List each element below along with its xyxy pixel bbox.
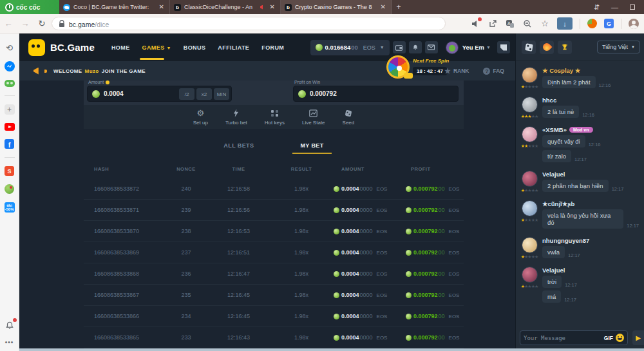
messages-button[interactable]	[425, 41, 438, 53]
avatar[interactable]	[522, 237, 538, 253]
bcgame-logo-icon[interactable]	[28, 39, 45, 56]
tab-close-icon[interactable]: ✕	[379, 3, 387, 11]
games-icon[interactable]	[5, 80, 15, 87]
messenger-icon[interactable]	[5, 61, 15, 71]
chat-username[interactable]: Velajuel	[542, 267, 639, 274]
browser-tab-twitter[interactable]: Coco | BC.Game trên Twitter: ✕	[59, 0, 170, 14]
free-spin-widget[interactable]: Next Free Spin 18 : 42 : 47	[386, 55, 449, 79]
reload-icon[interactable]: ↻	[33, 19, 50, 28]
coccoc-extension-icon[interactable]	[587, 19, 597, 28]
back-icon[interactable]: ←	[0, 19, 17, 28]
wallet-button[interactable]	[393, 41, 406, 53]
avatar[interactable]	[522, 126, 538, 142]
screen: cốc cốc Coco | BC.Game trên Twitter: ✕ b…	[0, 0, 644, 351]
amount-input[interactable]	[104, 90, 168, 97]
nav-bonus[interactable]: BONUS	[184, 44, 206, 51]
restore-window-icon[interactable]	[630, 5, 635, 10]
share-icon[interactable]	[488, 19, 498, 29]
table-row[interactable]: 1660863853387023812:16:531.98x 0.0004000…	[84, 221, 464, 242]
level-stars: ★★★★★	[521, 254, 538, 260]
avatar[interactable]	[522, 267, 538, 283]
faq-link[interactable]: ?FAQ	[483, 68, 504, 75]
announcement-bar: WELCOME Muzo JOIN THE GAME Next Free Spi…	[19, 61, 515, 81]
tab-all-bets[interactable]: ALL BETS	[223, 142, 254, 154]
youtube-icon[interactable]	[5, 123, 15, 131]
turbo-bet-tool[interactable]: Turbo bet	[225, 109, 247, 126]
browser-profile-icon[interactable]	[629, 19, 639, 29]
table-row[interactable]: 1660863853386923712:16:511.98x 0.0004000…	[84, 242, 464, 263]
send-message-button[interactable]: ▶	[632, 330, 644, 345]
min-bet-button[interactable]: MIN	[214, 88, 229, 100]
profit-input[interactable]	[310, 90, 374, 97]
tab-close-icon[interactable]: ✕	[158, 3, 166, 11]
avatar[interactable]	[522, 67, 538, 83]
table-row[interactable]: 1660863853386723512:16:451.98x 0.0004000…	[84, 285, 464, 306]
hot-keys-tool[interactable]: Hot keys	[265, 109, 285, 126]
chat-toggle-button[interactable]	[497, 41, 510, 53]
tab-my-bet[interactable]: MY BET	[300, 142, 323, 154]
gif-button[interactable]: GIF	[604, 335, 613, 341]
balance-selector[interactable]: 0.016684 00 EOS ▼	[310, 40, 390, 55]
audio-mute-icon[interactable]	[470, 19, 480, 29]
language-selector[interactable]: Tiếng Việt▼	[597, 41, 640, 53]
forward-icon[interactable]: →	[17, 19, 33, 28]
zoom-out-icon[interactable]	[522, 19, 533, 29]
avatar[interactable]	[522, 97, 538, 113]
half-bet-button[interactable]: /2	[179, 88, 194, 100]
table-row[interactable]: 1660863853386623412:16:451.98x 0.0004000…	[84, 306, 464, 327]
announcement-username[interactable]: Muzo	[85, 68, 99, 74]
table-row[interactable]: 1660863853386523312:16:431.98x 0.0004000…	[84, 327, 464, 348]
live-stats-tool[interactable]: Live State	[302, 109, 325, 126]
nav-forum[interactable]: FORUM	[261, 44, 284, 51]
add-shortcut-button[interactable]: +	[5, 104, 15, 115]
nav-home[interactable]: HOME	[111, 44, 130, 51]
shopee-icon[interactable]: S	[5, 166, 14, 176]
site-title[interactable]: BC.Game	[50, 42, 95, 53]
seed-tool[interactable]: Seed	[343, 109, 355, 126]
translate-icon[interactable]: A	[505, 19, 515, 29]
double-bet-button[interactable]: x2	[196, 88, 212, 100]
history-icon[interactable]: ⟲	[5, 43, 15, 53]
avatar[interactable]	[522, 171, 538, 187]
chat-username[interactable]: «XSMB»Mod vn	[542, 126, 639, 133]
spin-wheel-icon[interactable]	[386, 55, 410, 79]
table-row[interactable]: 1660863853387224012:16:581.98x 0.0004000…	[84, 178, 464, 200]
nav-affiliate[interactable]: AFFILIATE	[218, 44, 249, 51]
translate-extension-icon[interactable]: G	[604, 19, 614, 28]
browser-tab-classicdice[interactable]: b ClassicDiceChallenge - An ✕	[170, 0, 281, 14]
user-avatar[interactable]	[446, 41, 459, 54]
browser-tab-crypto-casino[interactable]: b Crypto Casino Games - The 8 ✕	[281, 0, 392, 14]
minimize-icon[interactable]: —	[611, 4, 618, 11]
coin-icon	[298, 90, 306, 98]
username[interactable]: Yeu Em	[462, 44, 484, 51]
new-tab-button[interactable]: +	[392, 0, 406, 14]
download-button[interactable]: ↓	[557, 17, 573, 30]
garden-icon[interactable]	[5, 184, 14, 194]
emoji-button[interactable]	[616, 334, 624, 342]
contest-button[interactable]	[558, 41, 572, 54]
avatar[interactable]	[522, 200, 538, 216]
sidebar-more-icon[interactable]: •••	[5, 339, 14, 346]
sale-50-icon[interactable]: tiki-50%	[5, 202, 15, 213]
dice-games-button[interactable]	[522, 41, 536, 54]
url-bar[interactable]: bc.game/dice	[52, 17, 446, 30]
crash-button[interactable]	[540, 41, 554, 54]
table-row[interactable]: 1660863853386823612:16:471.98x 0.0004000…	[84, 263, 464, 285]
chat-username[interactable]: Velajuel	[542, 171, 639, 178]
notifications-button[interactable]	[409, 41, 422, 53]
nav-games[interactable]: GAMES ▼	[142, 44, 171, 51]
twitter-favicon-icon	[63, 4, 70, 11]
tab-search-icon[interactable]: ⇵	[594, 4, 600, 11]
bookmark-star-icon[interactable]: ☆	[540, 19, 550, 29]
chat-username[interactable]: nhungnguyen87	[542, 237, 639, 244]
tab-close-icon[interactable]: ✕	[269, 3, 276, 11]
table-row[interactable]: 1660863853387123912:16:561.98x 0.0004000…	[84, 200, 464, 221]
setup-tool[interactable]: ⚙ Set up	[193, 109, 208, 126]
rank-link[interactable]: ★RANK	[444, 67, 469, 75]
facebook-icon[interactable]: f	[5, 139, 14, 149]
chat-username[interactable]: ★cũnjĩ★ʂb	[542, 200, 639, 207]
notifications-bell-icon[interactable]	[5, 320, 15, 330]
chat-username[interactable]: ★ Cosplay ★	[542, 67, 639, 74]
chat-message-input[interactable]	[524, 335, 601, 341]
chat-username[interactable]: hhcc	[542, 97, 639, 104]
